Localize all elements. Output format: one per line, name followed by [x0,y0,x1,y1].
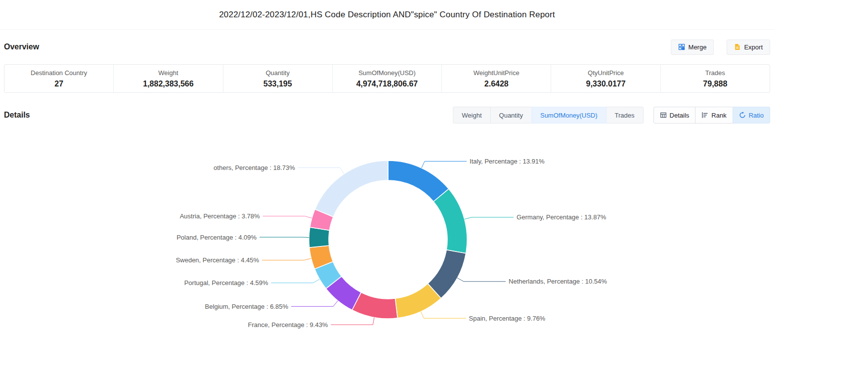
view-tab-details[interactable]: Details [653,107,696,124]
stat-qty-unit-price: QtyUnitPrice 9,330.0177 [551,65,660,92]
label-line-italy [422,161,467,168]
donut-slice-germany[interactable] [434,189,467,253]
stat-value: 533,195 [263,80,292,88]
stat-value: 1,882,383,566 [143,80,193,88]
slice-label-sweden: Sweden, Percentage : 4.45% [176,256,260,264]
merge-button-label: Merge [689,43,707,51]
label-line-austria [263,216,312,218]
view-tab-ratio-label: Ratio [749,112,764,119]
slice-label-poland: Poland, Percentage : 4.09% [176,234,257,241]
label-line-portugal [271,279,320,283]
slice-label-italy: Italy, Percentage : 13.91% [470,158,545,165]
view-tab-group: Details Rank [653,107,770,124]
file-export-icon [734,43,740,50]
metric-tab-group: Weight Quantity SumOfMoney(USD) Trades [453,107,643,124]
donut-slice-poland[interactable] [309,227,329,248]
slice-label-others: others, Percentage : 18.73% [214,164,295,171]
label-line-spain [421,312,466,319]
label-line-others [298,167,344,173]
donut-slice-italy[interactable] [388,161,449,202]
stat-value: 4,974,718,806.67 [356,80,418,88]
stat-label: Destination Country [31,69,87,77]
tab-sum-of-money[interactable]: SumOfMoney(USD) [531,107,607,124]
details-toolbar: Weight Quantity SumOfMoney(USD) Trades [453,107,770,124]
label-line-france [331,318,374,325]
chart-area: Italy, Percentage : 13.91%Germany, Perce… [0,124,774,372]
slice-label-belgium: Belgium, Percentage : 6.85% [205,303,289,310]
export-button[interactable]: Export [727,40,770,55]
stat-label: Weight [158,69,178,77]
merge-button[interactable]: Merge [671,40,714,55]
slice-label-austria: Austria, Percentage : 3.78% [180,212,260,220]
slice-label-france: France, Percentage : 9.43% [248,321,328,329]
slice-label-germany: Germany, Percentage : 13.87% [517,213,607,221]
stat-label: SumOfMoney(USD) [358,69,416,77]
stat-label: WeightUnitPrice [474,69,520,77]
overview-actions: Merge Export [671,40,770,55]
table-icon [660,112,667,119]
label-line-germany [465,217,514,219]
donut-slice-others[interactable] [315,161,388,217]
slice-label-netherlands: Netherlands, Percentage : 10.54% [509,278,607,285]
view-tab-rank-label: Rank [711,112,726,119]
details-heading: Details [4,111,30,120]
overview-heading: Overview [4,42,39,51]
stat-label: QtyUnitPrice [588,69,624,77]
stat-value: 79,888 [703,80,727,88]
view-tab-ratio[interactable]: Ratio [733,107,770,124]
rank-list-icon [701,112,708,119]
stat-weight: Weight 1,882,383,566 [113,65,222,92]
overview-section: Overview Merge [0,30,774,93]
stat-weight-unit-price: WeightUnitPrice 2.6428 [441,65,551,92]
tab-quantity[interactable]: Quantity [490,107,532,124]
stat-label: Trades [705,69,725,77]
stat-trades: Trades 79,888 [660,65,770,92]
label-line-belgium [291,301,338,307]
stat-label: Quantity [265,69,289,77]
slice-label-portugal: Portugal, Percentage : 4.59% [184,279,268,287]
stat-value: 2.6428 [484,80,509,88]
tab-weight[interactable]: Weight [453,107,490,124]
stat-value: 27 [54,80,63,88]
stat-quantity: Quantity 533,195 [223,65,332,92]
stat-destination-country: Destination Country 27 [4,65,113,92]
cycle-arrows-icon [739,112,746,119]
slice-label-spain: Spain, Percentage : 9.76% [469,315,546,322]
overview-stats-bar: Destination Country 27 Weight 1,882,383,… [4,64,770,93]
page-title: 2022/12/02-2023/12/01,HS Code Descriptio… [219,10,555,20]
label-line-netherlands [457,278,506,282]
label-line-sweden [262,258,311,260]
report-page: 2022/12/02-2023/12/01,HS Code Descriptio… [0,0,774,372]
donut-chart: Italy, Percentage : 13.91%Germany, Perce… [0,124,774,372]
export-button-label: Export [744,43,763,51]
view-tab-rank[interactable]: Rank [695,107,733,124]
stat-value: 9,330.0177 [586,80,626,88]
details-section: Details Weight Quantity SumOfMoney(USD) … [0,107,774,372]
merge-grid-icon [678,43,685,50]
tab-trades[interactable]: Trades [606,107,644,124]
stat-sum-of-money: SumOfMoney(USD) 4,974,718,806.67 [332,65,441,92]
report-header: 2022/12/02-2023/12/01,HS Code Descriptio… [0,0,774,30]
view-tab-details-label: Details [670,112,690,119]
